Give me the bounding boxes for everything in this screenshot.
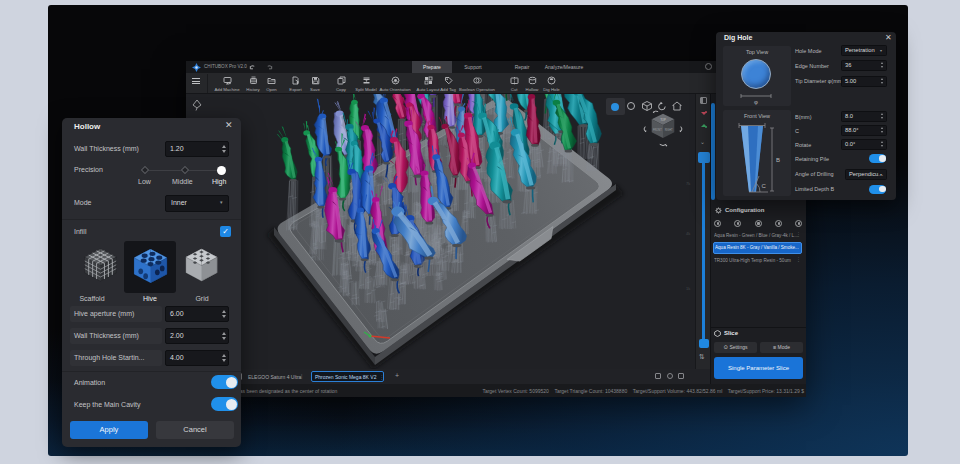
svg-text:φ: φ	[754, 99, 758, 105]
svg-text:B: B	[776, 157, 780, 163]
svg-text:RIGHT: RIGHT	[665, 128, 673, 132]
svg-text:FRONT: FRONT	[653, 128, 662, 132]
svg-text:C: C	[762, 183, 767, 189]
svg-text:TOP: TOP	[660, 118, 666, 122]
